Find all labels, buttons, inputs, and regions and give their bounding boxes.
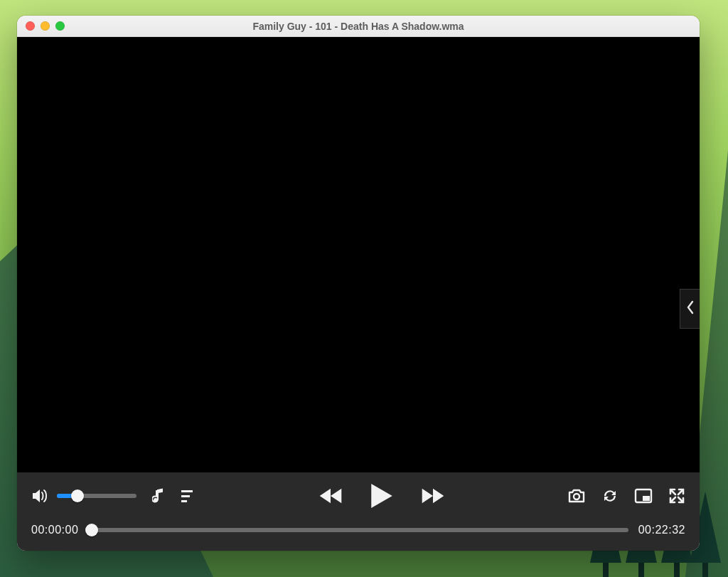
mute-button[interactable]	[31, 487, 50, 504]
play-icon	[368, 482, 395, 509]
camera-icon	[567, 488, 586, 504]
chevron-left-icon	[685, 300, 695, 317]
window-close-button[interactable]	[26, 21, 35, 31]
player-window: Family Guy - 101 - Death Has A Shadow.wm…	[17, 16, 700, 551]
controls-bar: 00:00:00 00:22:32	[17, 472, 700, 551]
svg-rect-3	[181, 500, 187, 502]
fullscreen-button[interactable]	[668, 487, 685, 504]
svg-rect-6	[643, 496, 650, 501]
volume-slider[interactable]	[57, 494, 136, 498]
side-panel-toggle[interactable]	[680, 289, 700, 329]
window-title: Family Guy - 101 - Death Has A Shadow.wm…	[17, 21, 700, 32]
music-note-icon	[152, 487, 165, 504]
progress-slider[interactable]	[88, 528, 628, 532]
svg-rect-2	[181, 495, 190, 497]
pip-button[interactable]	[634, 488, 653, 504]
picture-in-picture-icon	[634, 488, 653, 504]
loop-button[interactable]	[601, 487, 619, 504]
progress-thumb[interactable]	[85, 524, 98, 536]
playlist-button[interactable]	[181, 489, 196, 503]
svg-point-4	[574, 494, 579, 499]
forward-icon	[421, 486, 445, 506]
window-zoom-button[interactable]	[55, 21, 65, 31]
speaker-icon	[31, 487, 50, 504]
rewind-icon	[318, 486, 343, 506]
loop-icon	[601, 487, 619, 504]
svg-rect-1	[181, 490, 193, 492]
fullscreen-icon	[668, 487, 685, 504]
rewind-button[interactable]	[318, 486, 343, 506]
duration: 00:22:32	[638, 524, 685, 536]
window-minimize-button[interactable]	[41, 21, 50, 31]
titlebar[interactable]: Family Guy - 101 - Death Has A Shadow.wm…	[17, 16, 700, 37]
playlist-icon	[181, 489, 196, 503]
play-button[interactable]	[368, 482, 395, 509]
snapshot-button[interactable]	[567, 488, 586, 504]
forward-button[interactable]	[421, 486, 445, 506]
video-canvas[interactable]	[17, 37, 700, 472]
svg-point-0	[154, 498, 158, 502]
current-time: 00:00:00	[31, 524, 78, 536]
bookmarks-button[interactable]	[152, 487, 165, 504]
volume-thumb[interactable]	[71, 489, 84, 502]
